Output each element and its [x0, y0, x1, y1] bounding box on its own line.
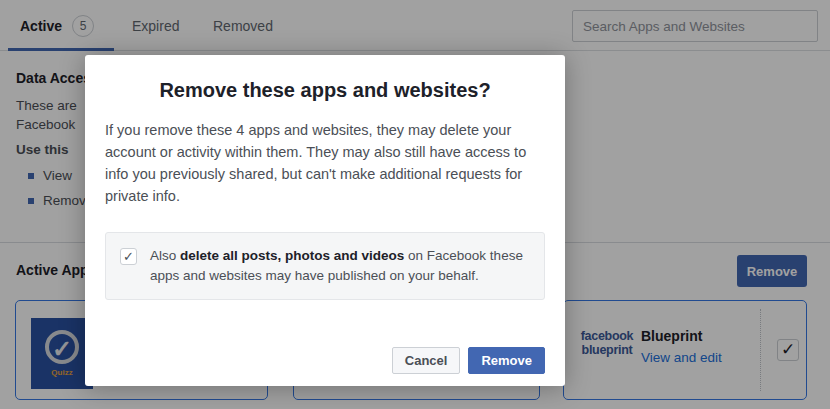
modal-body-text: If you remove these 4 apps and websites,… [105, 119, 550, 207]
delete-posts-checkbox[interactable] [120, 248, 137, 265]
remove-apps-modal: Remove these apps and websites? If you r… [85, 55, 565, 386]
consent-text-prefix: Also [150, 248, 180, 263]
cancel-button[interactable]: Cancel [392, 347, 461, 374]
delete-posts-label: Also delete all posts, photos and videos… [150, 246, 528, 286]
delete-posts-consent-panel: Also delete all posts, photos and videos… [105, 232, 545, 300]
modal-footer: Cancel Remove [392, 347, 545, 374]
confirm-remove-button[interactable]: Remove [468, 347, 545, 374]
modal-title: Remove these apps and websites? [85, 79, 565, 102]
consent-text-bold: delete all posts, photos and videos [180, 248, 404, 263]
